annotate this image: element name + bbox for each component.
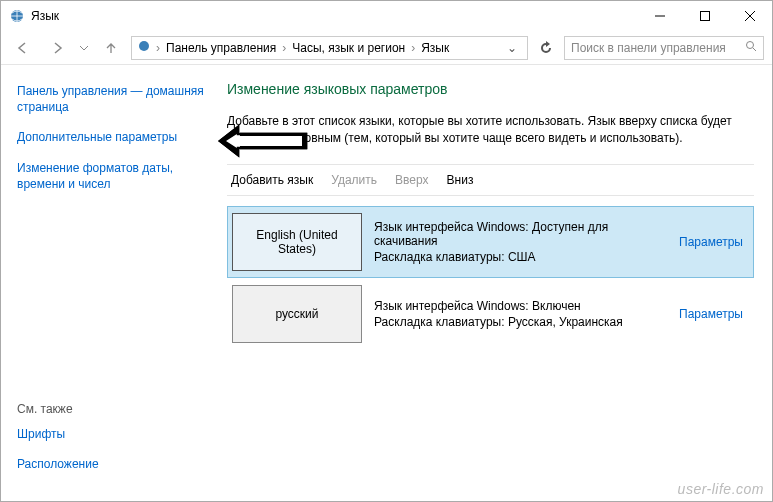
watermark: user-life.com — [678, 481, 764, 497]
see-also-heading: См. также — [17, 402, 211, 416]
language-display-status: Язык интерфейса Windows: Доступен для ск… — [374, 220, 667, 248]
language-keyboard-layout: Раскладка клавиатуры: США — [374, 250, 667, 264]
language-row[interactable]: English (United States) Язык интерфейса … — [227, 206, 754, 278]
action-bar: Добавить язык Удалить Вверх Вниз — [227, 164, 754, 196]
titlebar: Язык — [1, 1, 772, 31]
add-language-button[interactable]: Добавить язык — [231, 173, 313, 187]
language-info: Язык интерфейса Windows: Доступен для ск… — [374, 213, 667, 271]
search-placeholder: Поиск в панели управления — [571, 41, 726, 55]
sidebar-link-advanced[interactable]: Дополнительные параметры — [17, 129, 211, 145]
remove-button[interactable]: Удалить — [331, 173, 377, 187]
window-buttons — [637, 1, 772, 31]
main-panel: Изменение языковых параметров Добавьте в… — [221, 65, 772, 501]
up-button[interactable] — [97, 36, 125, 60]
breadcrumb-root[interactable]: Панель управления — [164, 41, 278, 55]
minimize-button[interactable] — [637, 1, 682, 31]
address-bar[interactable]: › Панель управления › Часы, язык и регио… — [131, 36, 528, 60]
svg-rect-2 — [700, 12, 709, 21]
language-options-link[interactable]: Параметры — [679, 285, 749, 343]
language-name: русский — [232, 285, 362, 343]
language-keyboard-layout: Раскладка клавиатуры: Русская, Украинска… — [374, 315, 667, 329]
breadcrumb-leaf[interactable]: Язык — [419, 41, 451, 55]
move-up-button[interactable]: Вверх — [395, 173, 428, 187]
chevron-right-icon: › — [154, 41, 162, 55]
window-title: Язык — [31, 9, 59, 23]
history-dropdown[interactable] — [77, 36, 91, 60]
sidebar-link-home[interactable]: Панель управления — домашняя страница — [17, 83, 211, 115]
svg-point-6 — [747, 42, 754, 49]
chevron-right-icon: › — [280, 41, 288, 55]
back-button[interactable] — [9, 36, 37, 60]
language-options-link[interactable]: Параметры — [679, 213, 749, 271]
content-body: Панель управления — домашняя страница До… — [1, 65, 772, 501]
forward-button[interactable] — [43, 36, 71, 60]
language-info: Язык интерфейса Windows: Включен Расклад… — [374, 285, 667, 343]
breadcrumb-mid[interactable]: Часы, язык и регион — [290, 41, 407, 55]
sidebar: Панель управления — домашняя страница До… — [1, 65, 221, 501]
page-description: Добавьте в этот список языки, которые вы… — [227, 113, 754, 148]
language-row[interactable]: русский Язык интерфейса Windows: Включен… — [227, 278, 754, 350]
sidebar-link-formats[interactable]: Изменение форматов даты, времени и чисел — [17, 160, 211, 192]
search-input[interactable]: Поиск в панели управления — [564, 36, 764, 60]
svg-point-5 — [139, 41, 149, 51]
window-icon — [9, 8, 25, 24]
language-name: English (United States) — [232, 213, 362, 271]
address-icon — [136, 38, 152, 57]
address-dropdown[interactable]: ⌄ — [501, 41, 523, 55]
search-icon — [745, 40, 757, 55]
svg-line-7 — [753, 48, 756, 51]
toolbar: › Панель управления › Часы, язык и регио… — [1, 31, 772, 65]
refresh-button[interactable] — [534, 36, 558, 60]
page-heading: Изменение языковых параметров — [227, 81, 754, 97]
chevron-right-icon: › — [409, 41, 417, 55]
language-display-status: Язык интерфейса Windows: Включен — [374, 299, 667, 313]
move-down-button[interactable]: Вниз — [447, 173, 474, 187]
sidebar-link-fonts[interactable]: Шрифты — [17, 426, 211, 442]
sidebar-link-location[interactable]: Расположение — [17, 456, 211, 472]
close-button[interactable] — [727, 1, 772, 31]
maximize-button[interactable] — [682, 1, 727, 31]
